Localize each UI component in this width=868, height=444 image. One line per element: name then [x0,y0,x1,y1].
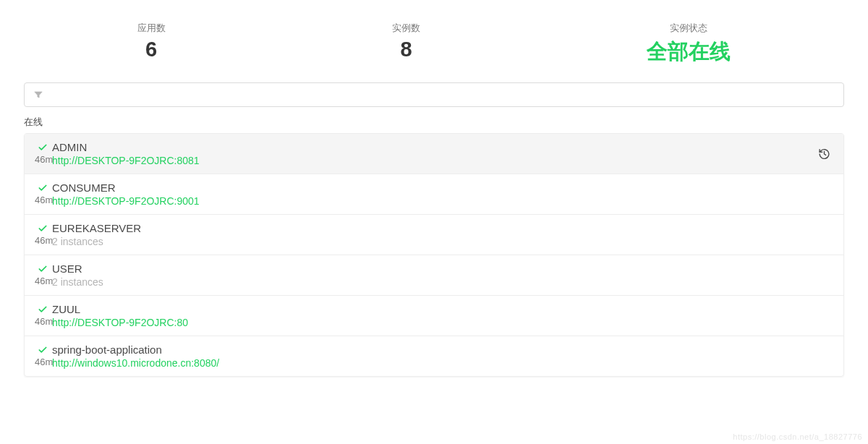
stat-instances-label: 实例数 [392,22,420,35]
app-url[interactable]: http://windows10.microdone.cn:8080/ [52,357,833,369]
stat-status-label: 实例状态 [647,22,731,35]
app-main: EUREKASERVER2 instances [52,222,833,247]
stat-apps-value: 6 [137,38,166,61]
app-name-row: USER [52,262,833,275]
app-time: 46m [35,235,52,246]
app-name: EUREKASERVER [52,222,141,234]
filter-box[interactable] [24,82,844,107]
app-item[interactable]: 46mCONSUMERhttp://DESKTOP-9F2OJRC:9001 [25,174,843,215]
app-main: ADMINhttp://DESKTOP-9F2OJRC:8081 [52,141,833,166]
app-item[interactable]: 46mUSER2 instances [25,255,843,296]
app-url[interactable]: http://DESKTOP-9F2OJRC:80 [52,317,833,328]
app-item[interactable]: 46mEUREKASERVER2 instances [25,215,843,255]
check-icon [38,142,48,153]
filter-icon [33,90,43,100]
app-name-row: ADMIN [52,141,833,153]
app-item[interactable]: 46mspring-boot-applicationhttp://windows… [25,336,843,376]
app-main: spring-boot-applicationhttp://windows10.… [52,343,833,369]
app-time: 46m [35,316,52,327]
app-url[interactable]: http://DESKTOP-9F2OJRC:9001 [52,195,833,207]
check-icon [38,345,48,355]
app-name-row: EUREKASERVER [52,222,833,234]
stats-row: 应用数 6 实例数 8 实例状态 全部在线 [24,22,844,67]
stat-apps: 应用数 6 [137,22,166,67]
stat-apps-label: 应用数 [137,22,166,35]
stat-instances-value: 8 [392,38,420,61]
app-item[interactable]: 46mZUULhttp://DESKTOP-9F2OJRC:80 [25,296,843,336]
check-icon [38,264,48,274]
history-icon[interactable] [818,148,830,160]
app-name-row: spring-boot-application [52,343,833,356]
stat-instances: 实例数 8 [392,22,420,67]
app-list: 46mADMINhttp://DESKTOP-9F2OJRC:808146mCO… [24,133,844,377]
app-name: ZUUL [52,303,80,315]
app-time: 46m [35,357,52,367]
app-name-row: ZUUL [52,303,833,315]
stat-status: 实例状态 全部在线 [647,22,731,67]
app-main: CONSUMERhttp://DESKTOP-9F2OJRC:9001 [52,182,833,207]
app-time: 46m [35,276,52,286]
app-item[interactable]: 46mADMINhttp://DESKTOP-9F2OJRC:8081 [25,134,843,174]
app-name: spring-boot-application [52,343,162,356]
app-url[interactable]: http://DESKTOP-9F2OJRC:8081 [52,155,833,166]
check-icon [38,223,48,234]
stat-status-value: 全部在线 [647,38,731,67]
app-instances: 2 instances [52,236,833,247]
app-main: USER2 instances [52,262,833,288]
app-name: ADMIN [52,141,87,153]
filter-input[interactable] [49,89,835,101]
check-icon [38,183,48,193]
app-name-row: CONSUMER [52,182,833,194]
app-instances: 2 instances [52,276,833,288]
app-name: CONSUMER [52,182,116,194]
check-icon [38,304,48,315]
app-time: 46m [35,154,52,165]
app-name: USER [52,262,82,275]
app-main: ZUULhttp://DESKTOP-9F2OJRC:80 [52,303,833,328]
app-time: 46m [35,195,52,205]
section-online-label: 在线 [24,116,844,129]
